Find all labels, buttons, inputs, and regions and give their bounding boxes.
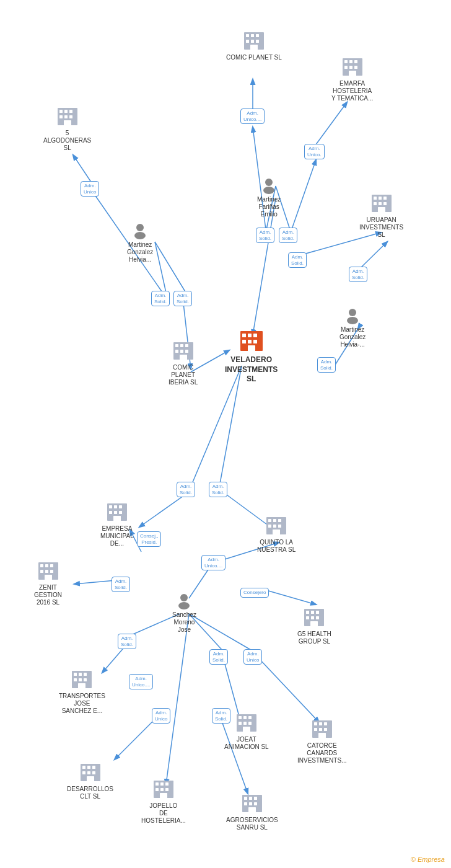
svg-rect-94 (119, 511, 122, 514)
node-label-desarrollos: DESARROLLOSCLT SL (67, 786, 113, 800)
badge-adm-unico-1[interactable]: Adm.Unico.... (240, 108, 265, 124)
badge-adm-unico-6[interactable]: Adm.Unico (243, 649, 262, 665)
svg-rect-38 (246, 40, 249, 43)
node-label-uruapan: URUAPANINVESTMENTSSL (359, 216, 403, 239)
company-building-icon-veladero (239, 329, 264, 353)
node-transportes[interactable]: TRANSPORTESJOSESANCHEZ E... (59, 668, 105, 715)
svg-rect-118 (306, 616, 309, 619)
badge-adm-solid-11[interactable]: Adm.Solid. (118, 634, 136, 649)
svg-point-71 (347, 317, 358, 324)
badge-adm-unico-2[interactable]: Adm.Unico. (304, 144, 325, 159)
badge-consej-presid[interactable]: Consej.,Presid. (137, 531, 161, 547)
badge-consejero[interactable]: Consejero (240, 588, 269, 598)
svg-rect-132 (243, 716, 247, 719)
svg-line-13 (359, 242, 387, 269)
badge-adm-unico-4[interactable]: Adm.Unico.... (201, 555, 226, 570)
svg-rect-143 (319, 728, 322, 731)
node-label-transportes: TRANSPORTESJOSESANCHEZ E... (59, 693, 105, 715)
badge-adm-solid-12[interactable]: Adm.Solid. (209, 649, 228, 665)
badge-adm-solid-2[interactable]: Adm.Solid. (256, 228, 274, 243)
svg-rect-117 (316, 611, 319, 614)
svg-rect-108 (40, 570, 43, 573)
svg-rect-144 (324, 728, 327, 731)
svg-rect-160 (165, 788, 169, 791)
node-veladero-main[interactable]: VELADEROINVESTMENTSSL (225, 329, 278, 384)
svg-rect-147 (82, 766, 85, 769)
node-martinez-gonzalez-1[interactable]: MartinezGonzalezHelvia... (127, 222, 153, 264)
svg-rect-124 (79, 673, 82, 676)
svg-rect-163 (244, 797, 247, 800)
svg-rect-129 (78, 683, 85, 688)
svg-point-58 (265, 179, 273, 186)
svg-line-27 (189, 614, 253, 651)
svg-rect-169 (248, 807, 256, 812)
svg-rect-57 (64, 120, 71, 125)
node-desarrollos[interactable]: DESARROLLOSCLT SL (67, 761, 113, 800)
person-icon-sanchez (175, 592, 193, 609)
svg-point-113 (178, 602, 190, 609)
badge-adm-solid-9[interactable]: Adm.Solid. (209, 482, 227, 497)
badge-adm-solid-5[interactable]: Adm.Solid. (288, 252, 307, 268)
company-building-icon-desarrollos (79, 761, 102, 784)
badge-adm-solid-4[interactable]: Adm.Solid. (173, 291, 192, 306)
node-cinco-algodoneras[interactable]: 5ALGODONERASSL (43, 105, 91, 152)
node-label-jopello: JOPELLODEHOSTELERIA... (141, 802, 186, 825)
svg-rect-126 (74, 678, 77, 681)
company-building-icon-algodoneras (56, 105, 79, 128)
node-sanchez-moreno[interactable]: SanchezMorenoJose (172, 592, 196, 634)
svg-rect-48 (354, 66, 357, 69)
svg-rect-78 (185, 350, 188, 353)
company-building-icon-jopello (152, 778, 175, 800)
svg-rect-136 (248, 722, 252, 725)
badge-adm-solid-7[interactable]: Adm.Solid. (317, 357, 336, 373)
badge-adm-unico-5[interactable]: Adm.Unico.... (129, 674, 153, 689)
node-uruapan[interactable]: URUAPANINVESTMENTSSL (359, 192, 403, 239)
svg-rect-131 (239, 716, 242, 719)
node-g5-health[interactable]: G5 HEALTHGROUP SL (297, 606, 331, 645)
svg-rect-166 (244, 802, 247, 805)
svg-rect-49 (349, 71, 356, 76)
node-empresa-municipal[interactable]: EMPRESAMUNICIPALDE... (100, 501, 134, 547)
svg-rect-74 (180, 344, 183, 347)
badge-adm-unico-7[interactable]: Adm.Unico (152, 708, 170, 724)
svg-rect-159 (160, 788, 164, 791)
badge-adm-solid-1[interactable]: Adm.Solid. (279, 228, 297, 243)
svg-line-7 (253, 198, 276, 335)
svg-rect-99 (278, 519, 281, 522)
badge-adm-solid-13[interactable]: Adm.Solid. (212, 708, 230, 724)
svg-rect-140 (319, 722, 322, 725)
node-comic-planet-iberia[interactable]: COMICPLANETIBERIA SL (169, 340, 198, 386)
node-catorce[interactable]: CATORCECANARDSINVESTMENTS... (297, 718, 346, 764)
node-joeat[interactable]: JOEATANIMACION SL (224, 712, 269, 751)
node-jopello[interactable]: JOPELLODEHOSTELERIA... (141, 778, 186, 825)
svg-rect-37 (256, 34, 259, 37)
svg-rect-51 (59, 110, 63, 113)
svg-rect-102 (278, 525, 281, 528)
node-quinto-la-nuestra[interactable]: QUINTO LANUESTRA SL (257, 515, 296, 554)
badge-adm-unico-3[interactable]: Adm.Unico (81, 181, 99, 197)
company-building-icon-uruapan (370, 192, 393, 215)
svg-rect-165 (254, 797, 257, 800)
node-emarfa[interactable]: EMARFAHOSTELERIAY TEMATICA... (331, 56, 373, 102)
node-agroservicios[interactable]: AGROSERVICIOSSANRU SL (226, 792, 278, 831)
svg-rect-82 (248, 334, 252, 337)
svg-rect-97 (268, 519, 271, 522)
svg-rect-137 (243, 727, 250, 732)
svg-rect-56 (69, 115, 72, 118)
svg-rect-119 (311, 616, 314, 619)
node-zenit-gestion[interactable]: ZENITGESTION2016 SL (34, 560, 62, 606)
svg-rect-54 (59, 115, 63, 118)
badge-adm-solid-6[interactable]: Adm.Solid. (349, 267, 367, 282)
svg-rect-110 (50, 570, 53, 573)
badge-adm-solid-3[interactable]: Adm.Solid. (151, 291, 170, 306)
node-label-gonzalez2: MartinezGonzalezHelvia-... (339, 326, 366, 348)
svg-rect-98 (273, 519, 276, 522)
node-martinez-gonzalez-2[interactable]: MartinezGonzalezHelvia-... (339, 307, 366, 348)
node-comic-planet[interactable]: COMIC PLANET SL (226, 30, 282, 61)
badge-adm-solid-8[interactable]: Adm.Solid. (177, 482, 195, 497)
node-martinez-farinas[interactable]: MartinezFariñasEmilio (257, 177, 281, 218)
badge-adm-solid-10[interactable]: Adm.Solid. (112, 577, 130, 592)
company-building-icon-agro (241, 792, 263, 815)
svg-rect-55 (64, 115, 68, 118)
svg-rect-95 (113, 516, 121, 521)
